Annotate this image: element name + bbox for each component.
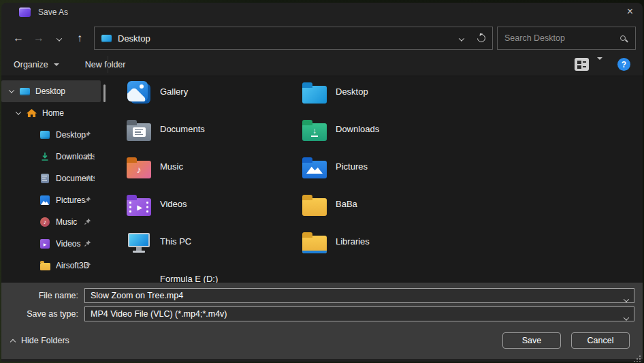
dialog-footer: File name: Save as type: MP4 Video File …: [1, 283, 643, 359]
view-glyph-line: [583, 61, 586, 63]
drive-icon: [127, 268, 151, 283]
sidebar-item-documents[interactable]: Documents: [1, 168, 101, 189]
address-dropdown[interactable]: [460, 32, 464, 44]
view-glyph-square: [577, 65, 581, 69]
desktop-monitor-icon: [19, 88, 30, 95]
chevron-down-icon[interactable]: [624, 293, 628, 305]
chevron-down-icon: [597, 57, 602, 72]
desktop-monitor-icon: [39, 131, 50, 139]
save-button[interactable]: Save: [502, 332, 561, 349]
file-item-videos[interactable]: ▶ Videos: [127, 193, 302, 230]
file-name-input[interactable]: [84, 288, 634, 303]
pin-icon: [84, 153, 91, 162]
home-icon: [26, 109, 37, 118]
downloads-folder-icon: ↓: [302, 118, 327, 142]
file-item-label: Formula E (D:): [160, 274, 218, 283]
hide-folders-button[interactable]: Hide Folders: [11, 336, 69, 345]
view-glyph-square: [577, 61, 581, 64]
sidebar-item-downloads[interactable]: Downloads: [1, 146, 101, 168]
music-icon: ♪: [39, 217, 50, 227]
recent-locations-dropdown[interactable]: [49, 32, 69, 44]
sidebar-item-music[interactable]: ♪ Music: [1, 211, 101, 233]
documents-folder-icon: [127, 118, 151, 142]
address-bar[interactable]: Desktop: [94, 27, 493, 50]
resize-grip[interactable]: [639, 356, 641, 357]
sidebar-scrollbar[interactable]: [103, 84, 106, 102]
pictures-folder-icon: [302, 155, 327, 180]
file-item-label: This PC: [160, 236, 191, 247]
sidebar-item-desktop-root[interactable]: Desktop: [1, 80, 101, 102]
sidebar-item-pictures[interactable]: Pictures: [1, 189, 101, 211]
refresh-icon[interactable]: [476, 33, 487, 44]
chevron-down-icon: [57, 35, 62, 41]
file-item-label: Desktop: [336, 86, 368, 97]
view-options-button[interactable]: [575, 58, 589, 71]
sidebar-item-airsoft3d[interactable]: Airsoft3D: [1, 255, 101, 277]
file-item-desktop[interactable]: Desktop: [302, 80, 643, 118]
yellow-folder-icon: [302, 193, 327, 217]
file-item-music[interactable]: ♪ Music: [127, 155, 302, 193]
help-icon[interactable]: ?: [617, 58, 630, 71]
file-list: Gallery Documents ♪ Music ▶: [109, 76, 643, 283]
folder-icon: [39, 262, 50, 270]
gallery-icon: [127, 80, 151, 105]
search-icon[interactable]: [620, 35, 626, 41]
file-item-this-pc[interactable]: This PC: [127, 230, 302, 268]
save-as-dialog: Save As × ← → ↑ Desktop: [1, 3, 643, 362]
file-item-libraries[interactable]: Libraries: [302, 230, 643, 268]
title-bar[interactable]: Save As ×: [1, 3, 643, 22]
navigation-bar: ← → ↑ Desktop: [8, 26, 636, 50]
search-input[interactable]: [504, 33, 620, 43]
new-folder-label: New folder: [85, 60, 126, 69]
window-title: Save As: [38, 7, 68, 17]
save-as-type-select[interactable]: MP4 Video File (VLC) (*.mp4;*.m4v): [84, 306, 634, 321]
desktop-monitor-icon: [101, 35, 112, 42]
chevron-down-icon[interactable]: [10, 89, 19, 93]
file-item-formula-e-drive[interactable]: Formula E (D:): [127, 268, 302, 283]
desktop-folder-icon: [302, 80, 327, 105]
download-icon: [39, 152, 50, 161]
file-item-gallery[interactable]: Gallery: [127, 80, 302, 118]
file-item-label: BaBa: [336, 199, 357, 209]
navigation-pane: Desktop Home Desktop: [1, 76, 109, 283]
new-folder-button[interactable]: New folder: [85, 60, 126, 69]
videos-icon: ▶: [39, 239, 50, 249]
sidebar-item-desktop-pinned[interactable]: Desktop: [1, 124, 101, 146]
close-icon[interactable]: ×: [627, 5, 633, 18]
hide-folders-label: Hide Folders: [21, 336, 69, 345]
file-item-label: Music: [160, 161, 183, 172]
sidebar-item-home[interactable]: Home: [1, 102, 101, 124]
chevron-down-icon[interactable]: [624, 311, 628, 323]
view-dropdown[interactable]: [597, 60, 602, 69]
file-item-pictures[interactable]: Pictures: [302, 155, 643, 193]
pin-icon: [84, 174, 91, 184]
sidebar-item-label: Home: [42, 108, 64, 118]
pin-icon: [84, 196, 91, 206]
pin-icon: [84, 218, 91, 227]
search-box: [497, 27, 636, 50]
pin-icon: [84, 262, 91, 271]
view-glyph-line: [583, 66, 586, 67]
pin-icon: [84, 240, 91, 249]
videos-folder-icon: ▶: [127, 193, 151, 217]
file-item-downloads[interactable]: ↓ Downloads: [302, 118, 643, 155]
cancel-button[interactable]: Cancel: [571, 332, 630, 349]
file-name-label: File name:: [1, 291, 84, 300]
file-item-label: Gallery: [160, 86, 188, 97]
pictures-icon: [39, 195, 50, 205]
organize-button[interactable]: Organize: [14, 60, 59, 69]
file-item-label: Downloads: [336, 124, 379, 134]
organize-label: Organize: [14, 60, 48, 69]
pin-icon: [84, 131, 91, 140]
file-item-baba[interactable]: BaBa: [302, 193, 643, 230]
libraries-folder-icon: [302, 230, 327, 255]
document-icon: [39, 174, 50, 183]
forward-button[interactable]: →: [29, 32, 49, 44]
up-button[interactable]: ↑: [69, 32, 90, 44]
dialog-body: Desktop Home Desktop: [1, 76, 643, 283]
chevron-up-icon: [10, 339, 16, 345]
file-item-documents[interactable]: Documents: [127, 118, 302, 155]
back-button[interactable]: ←: [8, 32, 29, 44]
chevron-down-icon[interactable]: [16, 111, 26, 115]
sidebar-item-videos[interactable]: ▶ Videos: [1, 233, 101, 255]
